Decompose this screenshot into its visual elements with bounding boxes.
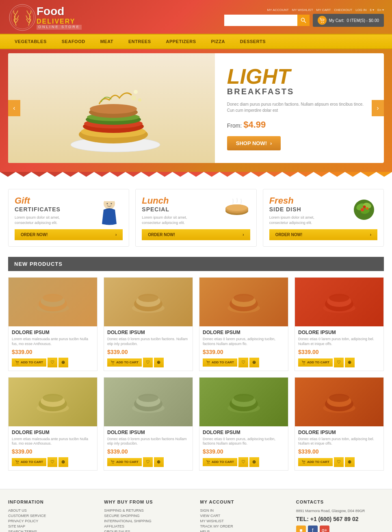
footer-help-link[interactable]: HELP <box>200 530 288 532</box>
product-image-4 <box>9 378 97 426</box>
search-button[interactable] <box>297 15 310 26</box>
my-wishlist-link[interactable]: MY WISHLIST <box>292 8 313 12</box>
product-card-7: DOLORE IPSUM Donec etias 0 larem purus t… <box>295 377 384 471</box>
footer-privacy-link[interactable]: PRIVACY POLICY <box>8 519 96 523</box>
footer-secure-shopping-link[interactable]: SECURE SHOPPING <box>104 514 192 518</box>
hero-price-label: From: <box>227 122 242 129</box>
footer-sitemap-link[interactable]: SITE MAP <box>8 524 96 528</box>
compare-button-5[interactable]: ⊕ <box>154 457 164 467</box>
nav-item-desserts[interactable]: DESSERTS <box>234 36 272 47</box>
svg-point-64 <box>18 463 18 464</box>
add-to-cart-button-7[interactable]: ADD TO CART <box>298 458 333 466</box>
logo-text: Food DELIVERY ONLINE STORE <box>37 5 82 30</box>
cart-amount: 0 ITEM(S) - $0.00 <box>347 18 379 23</box>
footer-track-order-link[interactable]: TRACK MY ORDER <box>200 524 288 528</box>
order-lunch-label: ORDER NOW! <box>148 232 175 237</box>
cart-add-icon-4 <box>15 460 19 464</box>
nav-item-pizza[interactable]: PIZZA <box>205 36 232 47</box>
wishlist-button-7[interactable]: ♡ <box>334 457 344 467</box>
nav-item-entrees[interactable]: ENTREES <box>122 36 157 47</box>
add-to-cart-button-1[interactable]: ADD TO CART <box>107 358 142 367</box>
footer-wishlist-link[interactable]: MY WISHLIST <box>200 519 288 523</box>
product-card-1: DOLORE IPSUM Donec etias 0 lorem purus t… <box>104 277 193 371</box>
product-image-1 <box>104 278 193 326</box>
rss-social-icon[interactable]: ■ <box>296 525 306 532</box>
product-name-5: DOLORE IPSUM <box>107 430 189 435</box>
add-to-cart-button-4[interactable]: ADD TO CART <box>12 458 46 466</box>
compare-button-3[interactable]: ⊕ <box>345 358 355 367</box>
promo-lunch-special: Lunch SPECIAL Lorem ipsum dolor sit amet… <box>135 189 256 247</box>
wishlist-button-3[interactable]: ♡ <box>334 358 344 367</box>
add-to-cart-button-3[interactable]: ADD TO CART <box>298 358 333 367</box>
promo-lunch-title-orange: Lunch <box>142 195 199 206</box>
wishlist-button-5[interactable]: ♡ <box>143 457 153 467</box>
product-info-6: DOLORE IPSUM Donec etias 0 larem purus, … <box>199 426 288 470</box>
product-card-0: DOLORE IPSUM Lorem etias malesuada ante … <box>8 277 97 371</box>
currency-selector[interactable]: $ ▾ <box>370 8 374 12</box>
compare-button-1[interactable]: ⊕ <box>154 358 164 367</box>
promo-gift-title-orange: Gift <box>15 195 71 206</box>
logo-food: Food <box>37 5 82 18</box>
wishlist-button-0[interactable]: ♡ <box>48 358 57 367</box>
slider-prev-button[interactable]: ‹ <box>8 100 20 116</box>
product-food-icon-4 <box>32 386 73 418</box>
promo-row: Gift CERTIFICATES Lorem ipsum dolor sit … <box>8 189 384 247</box>
footer-customer-service-link[interactable]: CUSTOMER SERVICE <box>8 514 96 518</box>
shop-now-button[interactable]: SHOP NOW! › <box>227 136 281 150</box>
lang-selector[interactable]: En ▾ <box>377 8 384 12</box>
product-food-icon-7 <box>319 386 360 418</box>
wishlist-button-2[interactable]: ♡ <box>238 358 248 367</box>
footer-about-link[interactable]: ABOUT US <box>8 508 96 512</box>
svg-point-56 <box>329 294 349 302</box>
search-input[interactable] <box>224 15 297 26</box>
compare-button-0[interactable]: ⊕ <box>58 358 68 367</box>
facebook-social-icon[interactable]: f <box>308 525 318 532</box>
nav-item-appetizers[interactable]: APPETIZERS <box>160 36 203 47</box>
svg-point-44 <box>138 294 158 302</box>
compare-button-4[interactable]: ⊕ <box>58 457 68 467</box>
wishlist-button-1[interactable]: ♡ <box>143 358 153 367</box>
svg-point-76 <box>209 463 209 464</box>
footer-search-terms-link[interactable]: SEARCH TERMS <box>8 530 96 532</box>
order-lunch-button[interactable]: ORDER NOW! › <box>142 229 250 240</box>
products-grid-row1: DOLORE IPSUM Lorem etias malesuada ante … <box>8 277 384 371</box>
checkout-link[interactable]: CHECKOUT <box>334 8 352 12</box>
cart-button[interactable]: My Cart: 0 ITEM(S) - $0.00 <box>313 14 384 27</box>
footer-affiliates-link[interactable]: AFFILIATES <box>104 524 192 528</box>
footer-group-sales-link[interactable]: GROUP SALES <box>104 530 192 532</box>
slider-next-button[interactable]: › <box>372 100 384 116</box>
salad-illustration <box>351 195 377 222</box>
wishlist-button-4[interactable]: ♡ <box>48 457 57 467</box>
compare-button-2[interactable]: ⊕ <box>249 358 259 367</box>
footer-info-title: INFORMATION <box>8 499 96 504</box>
product-info-2: DOLORE IPSUM Donec etias 0 larem purus, … <box>199 326 288 370</box>
footer-international-link[interactable]: INTERNATIONAL SHIPPING <box>104 519 192 523</box>
add-to-cart-button-0[interactable]: ADD TO CART <box>12 358 46 367</box>
add-to-cart-button-2[interactable]: ADD TO CART <box>203 358 237 367</box>
promo-gift-title-dark: CERTIFICATES <box>15 206 71 213</box>
product-desc-3: Donec etias 0 larem purus tobn, adipisci… <box>298 337 380 346</box>
footer-view-cart-link[interactable]: VIEW CART <box>200 514 288 518</box>
order-fresh-button[interactable]: ORDER NOW! › <box>269 229 377 240</box>
promo-gift-certificates: Gift CERTIFICATES Lorem ipsum dolor sit … <box>8 189 129 247</box>
product-actions-4: ADD TO CART ♡ ⊕ <box>12 457 94 467</box>
nav-item-vegetables[interactable]: VEGETABLES <box>8 36 53 47</box>
product-card-4: DOLORE IPSUM Lorem etias malesuada ante … <box>8 377 97 471</box>
googleplus-social-icon[interactable]: g+ <box>320 525 329 532</box>
svg-point-62 <box>43 394 63 402</box>
product-info-1: DOLORE IPSUM Donec etias 0 lorem purus t… <box>104 326 193 370</box>
my-account-link[interactable]: MY ACCOUNT <box>267 8 289 12</box>
compare-button-6[interactable]: ⊕ <box>249 457 259 467</box>
wishlist-button-6[interactable]: ♡ <box>238 457 248 467</box>
svg-point-81 <box>303 463 303 464</box>
compare-button-7[interactable]: ⊕ <box>345 457 355 467</box>
nav-item-seafood[interactable]: SEAFOOD <box>55 36 92 47</box>
footer-shipping-link[interactable]: SHIPPING & RETURNS <box>104 508 192 512</box>
footer-signin-link[interactable]: SIGN IN <box>200 508 288 512</box>
login-link[interactable]: LOG IN <box>355 8 366 12</box>
order-gift-button[interactable]: ORDER NOW! › <box>15 229 123 240</box>
my-cart-link[interactable]: MY CART <box>316 8 331 12</box>
nav-item-meat[interactable]: MEAT <box>94 36 120 47</box>
add-to-cart-button-5[interactable]: ADD TO CART <box>107 458 142 466</box>
add-to-cart-button-6[interactable]: ADD TO CART <box>203 458 237 466</box>
